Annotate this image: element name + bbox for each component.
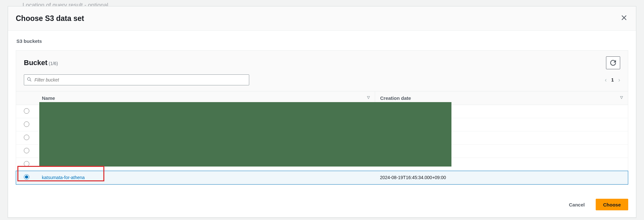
bucket-link[interactable]: katsumata-for-athena <box>42 175 85 180</box>
sort-icon: ▽ <box>367 95 370 100</box>
row-radio[interactable] <box>24 174 29 180</box>
col-select <box>16 91 37 105</box>
col-name-label: Name <box>42 95 55 101</box>
filter-input[interactable] <box>24 74 249 85</box>
panel-title: Bucket <box>24 59 47 67</box>
modal-footer: Cancel Choose <box>8 192 636 217</box>
row-radio[interactable] <box>24 121 29 127</box>
redacted-overlay <box>39 102 451 167</box>
bucket-panel: Bucket (1/6) ‹ 1 › <box>16 50 628 185</box>
filter-row: ‹ 1 › <box>16 72 628 91</box>
search-icon <box>27 77 32 83</box>
row-radio[interactable] <box>24 148 29 153</box>
breadcrumb: S3 buckets <box>16 38 628 44</box>
table-row[interactable]: katsumata-for-athena 2024-08-19T16:45:34… <box>16 171 628 184</box>
close-icon[interactable] <box>620 13 628 24</box>
panel-count: (1/6) <box>49 61 58 66</box>
refresh-button[interactable] <box>606 56 620 69</box>
bucket-date-cell: 2024-08-19T16:45:34.000+09:00 <box>375 171 628 184</box>
bucket-name-cell: katsumata-for-athena <box>37 171 375 184</box>
panel-head: Bucket (1/6) <box>16 51 628 72</box>
page-next[interactable]: › <box>618 77 620 83</box>
refresh-icon <box>610 60 616 66</box>
cancel-button[interactable]: Cancel <box>562 199 592 210</box>
col-date-label: Creation date <box>380 95 411 101</box>
svg-point-0 <box>27 78 30 81</box>
choose-s3-modal: Choose S3 data set S3 buckets Bucket (1/… <box>8 6 636 218</box>
row-radio[interactable] <box>24 108 29 114</box>
modal-body: S3 buckets Bucket (1/6) <box>8 31 636 192</box>
pager: ‹ 1 › <box>605 77 620 83</box>
page-prev[interactable]: ‹ <box>605 77 607 83</box>
sort-icon: ▽ <box>620 95 623 100</box>
modal-title: Choose S3 data set <box>16 14 84 23</box>
page-number: 1 <box>611 77 614 82</box>
choose-button[interactable]: Choose <box>596 199 628 210</box>
svg-line-1 <box>30 80 31 81</box>
modal-header: Choose S3 data set <box>8 6 636 31</box>
filter-input-wrap <box>24 74 249 85</box>
row-radio[interactable] <box>24 161 29 167</box>
row-radio[interactable] <box>24 135 29 140</box>
